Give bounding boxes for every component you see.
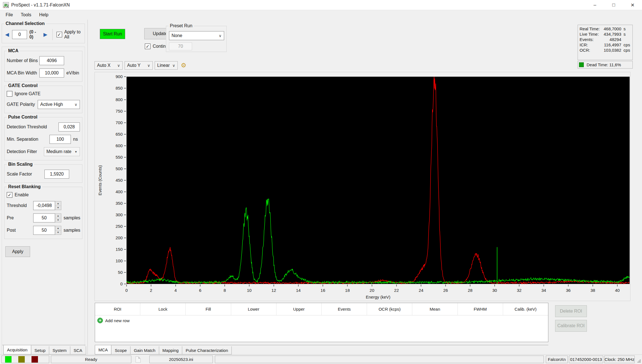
apply-to-all-checkbox[interactable]: ✓ <box>57 32 62 37</box>
status-ready: Ready <box>51 356 131 363</box>
post-stepper[interactable]: 50 ▲▼ <box>33 226 61 235</box>
detection-filter-select[interactable]: Medium rate ▼ <box>44 147 80 156</box>
tab-acquisition[interactable]: Acquisition <box>3 345 31 354</box>
col-fill[interactable]: Fill <box>186 303 231 315</box>
tab-setup[interactable]: Setup <box>31 346 49 354</box>
preset-run-select[interactable]: None ∨ <box>169 31 224 40</box>
svg-text:0: 0 <box>125 288 128 293</box>
min-separation-input[interactable]: 100 <box>49 135 71 144</box>
chevron-down-icon: ∨ <box>147 63 150 68</box>
svg-text:0: 0 <box>120 281 123 286</box>
col-events[interactable]: Events <box>322 303 367 315</box>
ignore-gate-checkbox[interactable] <box>7 91 12 97</box>
delete-roi-button[interactable]: Delete ROI <box>555 305 587 317</box>
channel-prev-icon[interactable]: ◀ <box>4 31 10 38</box>
reset-blanking-title: Reset Blanking <box>7 184 42 189</box>
post-input[interactable]: 50 <box>33 226 55 235</box>
gate-polarity-select[interactable]: Active High ∨ <box>38 100 80 109</box>
chevron-down-icon: ∨ <box>172 63 175 68</box>
svg-text:700: 700 <box>116 120 123 125</box>
spin-down-icon[interactable]: ▼ <box>55 231 61 235</box>
reset-blanking-enable-label: Enable <box>15 192 29 197</box>
reset-threshold-stepper[interactable]: -0,0498 ▲▼ <box>33 201 61 210</box>
spectrum-plot[interactable]: 0501001502002503003504004505005506006507… <box>95 72 630 301</box>
tab-sca[interactable]: SCA <box>70 346 86 354</box>
channel-number-input[interactable]: 0 <box>12 30 27 39</box>
col-lower[interactable]: Lower <box>231 303 276 315</box>
apply-button[interactable]: Apply <box>5 246 30 257</box>
svg-text:34: 34 <box>541 288 546 293</box>
spin-up-icon[interactable]: ▲ <box>55 226 61 231</box>
mca-bin-width-unit: eV/bin <box>66 70 80 76</box>
start-run-button[interactable]: Start Run <box>100 29 125 39</box>
tab-gain-match[interactable]: Gain Match <box>130 346 159 354</box>
svg-text:450: 450 <box>116 178 123 183</box>
bin-scaling-group: Bin Scaling Scale Factor 1,5920 <box>4 164 82 183</box>
pre-stepper[interactable]: 50 ▲▼ <box>33 213 61 222</box>
add-new-row[interactable]: + Add new row <box>95 315 548 326</box>
tab-pulse-characterization[interactable]: Pulse Characterization <box>182 346 232 354</box>
chevron-down-icon: ∨ <box>75 102 77 107</box>
auto-x-select[interactable]: Auto X ∨ <box>94 61 123 70</box>
menu-tools[interactable]: Tools <box>17 11 35 19</box>
svg-text:8: 8 <box>224 288 226 293</box>
tab-mca[interactable]: MCA <box>95 345 111 354</box>
plot-settings-gear-icon[interactable]: ⚙ <box>181 62 186 69</box>
sidebar: Channel Selection ◀ 0 (0 - 0) ▶ ✓ Apply … <box>0 20 88 354</box>
mca-bin-width-input[interactable]: 10,000 <box>39 69 64 78</box>
close-button-icon[interactable]: ✕ <box>623 0 642 10</box>
col-fwhm[interactable]: FWHM <box>458 303 503 315</box>
ini-file-icon <box>136 356 141 363</box>
real-time-value: 468,7000 <box>601 26 621 31</box>
resize-grip[interactable] <box>637 359 641 363</box>
svg-text:28: 28 <box>468 288 472 293</box>
detection-threshold-input[interactable]: 0,028 <box>58 122 80 131</box>
col-ocr[interactable]: OCR (kcps) <box>367 303 412 315</box>
menu-file[interactable]: File <box>2 11 17 19</box>
scale-factor-input[interactable]: 1,5920 <box>44 170 69 179</box>
reset-threshold-input[interactable]: -0,0498 <box>33 201 55 210</box>
dropdown-arrow-icon: ▼ <box>75 150 77 153</box>
channel-next-icon[interactable]: ▶ <box>42 31 48 38</box>
tab-scope[interactable]: Scope <box>111 346 130 354</box>
real-time-label: Real Time: <box>580 26 601 31</box>
menu-help[interactable]: Help <box>35 11 52 19</box>
ocr-value: 103,0382 <box>601 47 621 53</box>
col-lock[interactable]: Lock <box>140 303 186 315</box>
pre-input[interactable]: 50 <box>33 213 55 222</box>
channel-led-darkred <box>31 356 38 363</box>
svg-text:16: 16 <box>321 288 325 293</box>
status-ini-file: 20250523.ini <box>149 356 213 363</box>
svg-text:2: 2 <box>150 288 152 293</box>
spin-down-icon[interactable]: ▼ <box>55 218 61 222</box>
svg-text:38: 38 <box>591 288 595 293</box>
svg-text:400: 400 <box>116 189 123 194</box>
continuous-checkbox[interactable]: ✓ <box>145 44 150 49</box>
auto-x-value: Auto X <box>97 63 111 68</box>
pre-unit: samples <box>64 215 80 220</box>
svg-text:250: 250 <box>116 224 123 229</box>
col-calib[interactable]: Calib. (keV) <box>503 303 548 315</box>
auto-y-value: Auto Y <box>127 63 141 68</box>
auto-y-select[interactable]: Auto Y ∨ <box>125 61 153 70</box>
number-of-bins-input[interactable]: 4096 <box>39 56 64 65</box>
reset-blanking-enable-checkbox[interactable]: ✓ <box>7 192 12 198</box>
spin-up-icon[interactable]: ▲ <box>55 201 61 206</box>
reset-threshold-label: Threshold <box>7 203 33 208</box>
pulse-control-title: Pulse Control <box>7 115 39 120</box>
tab-mapping[interactable]: Mapping <box>159 346 183 354</box>
col-mean[interactable]: Mean <box>412 303 458 315</box>
calibrate-roi-button[interactable]: Calibrate ROI <box>555 320 587 332</box>
prospect-window: ProSpect - v1.1.71-FalconXN – □ ✕ File T… <box>0 0 642 364</box>
col-upper[interactable]: Upper <box>276 303 322 315</box>
gate-polarity-value: Active High <box>40 102 63 107</box>
minimize-button-icon[interactable]: – <box>585 0 604 10</box>
scale-select[interactable]: Linear ∨ <box>155 61 178 70</box>
dead-time-label: Dead Time: 11,6% <box>587 62 621 67</box>
spin-up-icon[interactable]: ▲ <box>55 214 61 218</box>
spin-down-icon[interactable]: ▼ <box>55 206 61 210</box>
add-icon[interactable]: + <box>97 318 103 323</box>
maximize-button-icon[interactable]: □ <box>604 0 623 10</box>
col-roi[interactable]: ROI <box>95 303 140 315</box>
tab-system[interactable]: System <box>49 346 70 354</box>
